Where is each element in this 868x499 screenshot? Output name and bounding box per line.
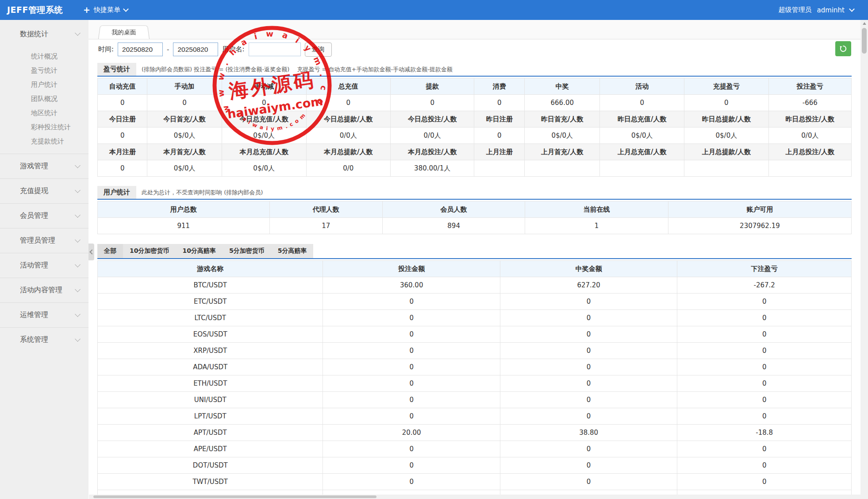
cell-header: 今日首充/人数 xyxy=(147,111,222,128)
sidebar-section-4[interactable]: 管理员管理 xyxy=(0,228,88,253)
cell-value: 0/0人 xyxy=(306,128,391,144)
game-tab-1[interactable]: 10分加密货币 xyxy=(123,244,176,258)
scroll-up-arrow-icon[interactable] xyxy=(860,20,868,27)
cell-value: TWT/USDT xyxy=(98,474,323,490)
sidebar-section-6[interactable]: 活动内容管理 xyxy=(0,278,88,302)
sidebar: 数据统计统计概况盈亏统计用户统计团队概况地区统计彩种投注统计充提款统计游戏管理充… xyxy=(0,20,88,499)
game-tab-2[interactable]: 10分高赔率 xyxy=(176,244,222,258)
cell-header: 自动充值 xyxy=(98,78,147,95)
sidebar-item[interactable]: 用户统计 xyxy=(0,77,88,92)
cell-value xyxy=(525,160,600,177)
cell-value: 894 xyxy=(383,218,525,234)
date-from-input[interactable] xyxy=(118,43,163,56)
cell-header: 充提盈亏 xyxy=(684,78,769,95)
vertical-scrollbar-thumb[interactable] xyxy=(862,28,867,54)
sidebar-item[interactable]: 团队概况 xyxy=(0,92,88,106)
cell-header: 账户可用 xyxy=(668,201,851,218)
sidebar-section-7[interactable]: 运维管理 xyxy=(0,302,88,327)
profit-section-tab[interactable]: 盈亏统计 xyxy=(97,63,136,76)
sidebar-section-1[interactable]: 游戏管理 xyxy=(0,154,88,178)
sidebar-item[interactable]: 统计概况 xyxy=(0,49,88,63)
cell-header: 活动 xyxy=(600,78,684,95)
horizontal-scrollbar-thumb[interactable] xyxy=(93,495,376,498)
sidebar-section-2[interactable]: 充值提现 xyxy=(0,178,88,203)
user-section-tab[interactable]: 用户统计 xyxy=(97,186,136,199)
chevron-down-icon xyxy=(75,162,81,168)
cell-header: 中奖 xyxy=(525,78,600,95)
sidebar-section-8[interactable]: 系统管理 xyxy=(0,327,88,352)
plus-icon: + xyxy=(83,6,90,14)
cell-value: 0 xyxy=(677,375,852,392)
cell-value: 0 xyxy=(323,359,500,375)
sidebar-collapse-handle[interactable] xyxy=(88,244,94,260)
search-button[interactable]: 查询 xyxy=(305,43,332,57)
cell-value: 911 xyxy=(98,218,270,234)
cell-value xyxy=(600,160,684,177)
user-menu[interactable]: 超级管理员 adminht xyxy=(779,6,854,14)
cell-header: 上月总提款/人数 xyxy=(684,144,769,160)
cell-value: 0 xyxy=(500,310,677,326)
cell-value: -267.2 xyxy=(677,277,852,294)
cell-value: LPT/USDT xyxy=(98,408,323,425)
cell-value: 0 xyxy=(500,408,677,425)
sidebar-item[interactable]: 盈亏统计 xyxy=(0,63,88,77)
sidebar-section-0[interactable]: 数据统计 xyxy=(0,20,88,48)
table-row: ETH/USDT000 xyxy=(98,375,852,392)
cell-value: 0 xyxy=(677,359,852,375)
cell-value: 0/0 xyxy=(306,160,391,177)
table-row: 游戏名称投注金额中奖金额下注盈亏 xyxy=(98,261,852,277)
cell-value: 1 xyxy=(525,218,668,234)
cell-header: 上月总投注/人数 xyxy=(768,144,851,160)
table-row: APE/USDT000 xyxy=(98,441,852,457)
cell-value: ADA/USDT xyxy=(98,359,323,375)
username-field-label: 用户名: xyxy=(222,45,244,54)
cell-value: 0 xyxy=(677,408,852,425)
cell-value: 0 xyxy=(323,310,500,326)
profit-section-note: (排除内部会员数据) 投注盈亏 = (投注消费金额-返奖金额) 充提盈亏 = 自… xyxy=(142,66,453,76)
cell-header: 用户总数 xyxy=(98,201,270,218)
cell-value: -18.8 xyxy=(677,425,852,441)
sidebar-item[interactable]: 充提款统计 xyxy=(0,134,88,148)
horizontal-scrollbar[interactable] xyxy=(89,495,860,499)
game-tab-4[interactable]: 5分高赔率 xyxy=(271,244,314,258)
table-row: 9111789412307962.19 xyxy=(98,218,852,234)
sidebar-item[interactable]: 彩种投注统计 xyxy=(0,120,88,134)
cell-value: 0 xyxy=(98,95,147,111)
game-tab-3[interactable]: 5分加密货币 xyxy=(223,244,271,258)
cell-value: 0 xyxy=(500,294,677,310)
app-title: JEFF管理系统 xyxy=(7,4,63,16)
cell-value: APT/USDT xyxy=(98,425,323,441)
cell-value: 0 xyxy=(500,359,677,375)
cell-value: 0 xyxy=(677,441,852,457)
cell-value: 0 xyxy=(677,474,852,490)
main-area: 我的桌面 时间: - 用户名: 查询 盈亏统计 (排除内部会员数据) 投注盈亏 … xyxy=(88,20,860,499)
cell-header: 本月首充/人数 xyxy=(147,144,222,160)
vertical-scrollbar[interactable] xyxy=(860,20,868,499)
quick-menu-label: 快捷菜单 xyxy=(94,6,120,14)
cell-value: 0$/0人 xyxy=(525,128,600,144)
user-table-body: 用户总数代理人数会员人数当前在线账户可用9111789412307962.19 xyxy=(98,201,852,234)
game-tab-0[interactable]: 全部 xyxy=(97,244,123,258)
cell-value: 666.00 xyxy=(525,95,600,111)
sidebar-section-3[interactable]: 会员管理 xyxy=(0,203,88,228)
cell-header: 今日总提款/人数 xyxy=(306,111,391,128)
sidebar-item[interactable]: 地区统计 xyxy=(0,106,88,120)
tab-my-desktop[interactable]: 我的桌面 xyxy=(98,25,150,39)
refresh-button[interactable] xyxy=(835,41,851,56)
cell-value: 0$/0人 xyxy=(147,128,222,144)
cell-value: LTC/USDT xyxy=(98,310,323,326)
table-row: 本月注册本月首充/人数本月总充值/人数本月总提款/人数本月总投注/人数上月注册上… xyxy=(98,144,852,160)
cell-value: 0$/0人 xyxy=(600,128,684,144)
table-row: 00$/0人0$/0人0/0人0/0人00$/0人0$/0人0$/0人0/0人 xyxy=(98,128,852,144)
cell-header: 手动加 xyxy=(147,78,222,95)
cell-header: 消费 xyxy=(474,78,525,95)
sidebar-section-label: 充值提现 xyxy=(20,186,48,196)
cell-value: 0$/0人 xyxy=(222,128,306,144)
cell-header: 昨日首充/人数 xyxy=(525,111,600,128)
username-input[interactable] xyxy=(249,43,301,56)
sidebar-section-5[interactable]: 活动管理 xyxy=(0,253,88,278)
chevron-down-icon xyxy=(75,286,81,292)
quick-menu-button[interactable]: + 快捷菜单 xyxy=(83,6,128,14)
cell-value: 0 xyxy=(500,441,677,457)
date-to-input[interactable] xyxy=(173,43,218,56)
